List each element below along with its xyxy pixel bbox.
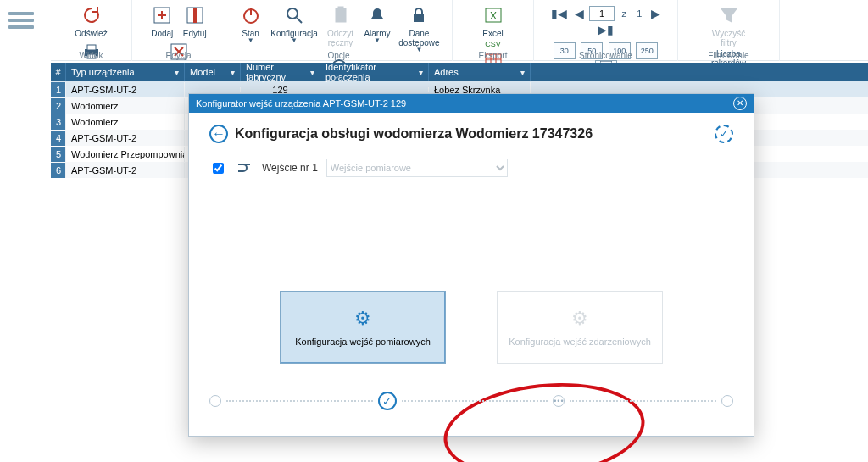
step-dot[interactable] <box>721 395 733 407</box>
modal-close-button[interactable]: ✕ <box>733 97 747 110</box>
input-label: Wejście nr 1 <box>262 162 318 174</box>
card-event-config: ⚙ Konfiguracja wejść zdarzeniowych <box>497 291 663 364</box>
status-circle-icon: ✓ <box>715 125 733 143</box>
gear-icon: ⚙ <box>354 308 371 330</box>
card-event-label: Konfiguracja wejść zdarzeniowych <box>509 337 651 347</box>
input-type-select[interactable]: Wejście pomiarowe <box>326 159 508 177</box>
back-button[interactable]: ← <box>209 125 228 143</box>
step-dot[interactable] <box>209 395 221 407</box>
card-measurement-label: Konfiguracja wejść pomiarowych <box>295 337 431 347</box>
step-dot-current[interactable]: ✓ <box>378 392 397 410</box>
card-measurement-config[interactable]: ⚙ Konfiguracja wejść pomiarowych <box>280 291 446 364</box>
input-link-icon <box>235 160 253 175</box>
modal-heading: Konfiguracja obsługi wodomierza Wodomier… <box>235 126 708 142</box>
wizard-steps: ✓ <box>209 392 733 410</box>
annotation-ring <box>439 374 649 462</box>
modal-title-text: Konfigurator wejść urządzenia APT-GSM-UT… <box>196 94 406 113</box>
modal-titlebar: Konfigurator wejść urządzenia APT-GSM-UT… <box>189 94 754 113</box>
config-modal: Konfigurator wejść urządzenia APT-GSM-UT… <box>188 93 754 437</box>
gear-icon: ⚙ <box>571 308 588 330</box>
step-dot[interactable] <box>553 395 565 407</box>
modal-overlay: Konfigurator wejść urządzenia APT-GSM-UT… <box>0 0 868 462</box>
input-enabled-checkbox[interactable] <box>213 163 224 174</box>
